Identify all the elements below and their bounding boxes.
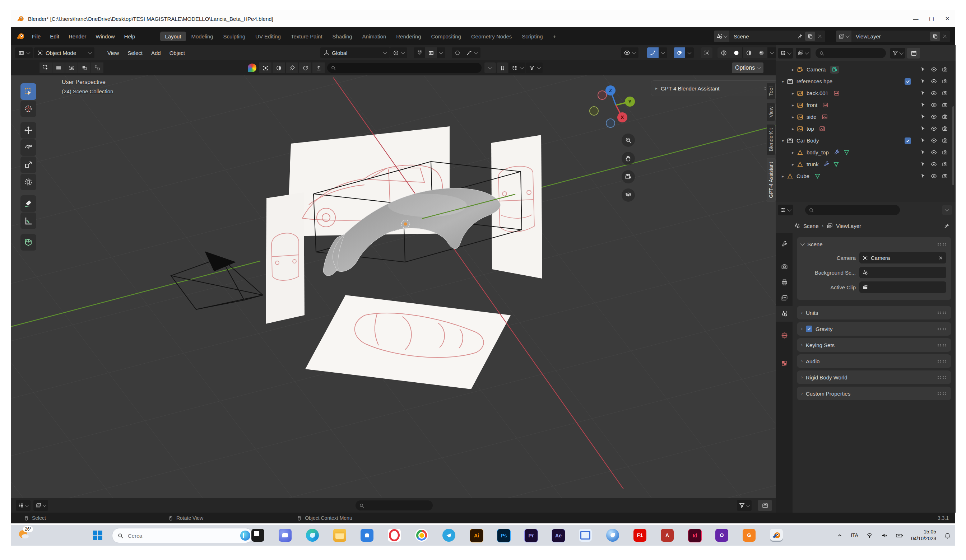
taskbar-app-telegram[interactable]	[442, 529, 455, 542]
tab-output[interactable]	[776, 274, 793, 290]
modifier-wrench-icon[interactable]	[834, 149, 840, 156]
hide-eye-icon[interactable]	[931, 78, 937, 84]
outliner-row-camera[interactable]: ▸ Camera	[776, 64, 956, 76]
panel-units[interactable]: ›Units	[797, 306, 951, 320]
outliner-row-cube[interactable]: ▸ Cube	[776, 170, 956, 182]
hide-eye-icon[interactable]	[931, 102, 937, 108]
minimize-button[interactable]: —	[908, 10, 923, 27]
mesh-data-icon[interactable]	[844, 149, 849, 156]
viewlayer-browse-button[interactable]	[836, 31, 851, 42]
outliner-editor-type-button[interactable]	[778, 48, 793, 59]
object-name[interactable]: side	[807, 114, 816, 120]
active-clip-field[interactable]	[859, 281, 946, 293]
outliner-row-body-top[interactable]: ▸ body_top	[776, 146, 956, 158]
panel-rigid-body-world[interactable]: ›Rigid Body World	[797, 371, 951, 384]
start-button[interactable]	[92, 529, 104, 541]
tool-scale[interactable]	[20, 156, 36, 173]
camera-field[interactable]: Camera	[859, 252, 946, 263]
camera-view-button[interactable]	[622, 170, 635, 184]
notification-bell-icon[interactable]	[944, 532, 951, 539]
bottom-search[interactable]	[355, 501, 433, 511]
taskbar-app-file-explorer[interactable]	[333, 529, 346, 542]
weather-widget[interactable]: 26°	[17, 528, 30, 540]
zoom-button[interactable]	[622, 133, 635, 147]
bottom-search-input[interactable]	[366, 502, 429, 509]
workspace-tab-layout[interactable]: Layout	[160, 31, 186, 41]
taskbar-app-blender-active[interactable]	[770, 529, 783, 542]
outliner-row-front[interactable]: ▸ front	[776, 99, 956, 111]
selectable-icon[interactable]	[920, 161, 926, 167]
render-visibility-icon[interactable]	[942, 66, 948, 72]
viewport-canvas[interactable]: User Perspective (24) Scene Collection ▸	[11, 76, 775, 498]
bookmark-icon[interactable]	[497, 62, 508, 73]
scene-panel-title[interactable]: Scene	[807, 241, 823, 247]
select-mode-circle-icon[interactable]	[65, 62, 77, 73]
selectable-icon[interactable]	[920, 173, 926, 179]
tab-texture[interactable]	[776, 355, 793, 371]
object-name[interactable]: top	[807, 126, 814, 132]
xray-toggle-icon[interactable]	[701, 48, 713, 58]
battery-charging-icon[interactable]	[895, 532, 903, 539]
camera-object[interactable]	[171, 251, 263, 309]
pin-icon[interactable]	[944, 223, 950, 229]
clear-x-icon[interactable]	[938, 256, 943, 260]
menu-file[interactable]: File	[27, 27, 45, 45]
menu-object[interactable]: Object	[165, 50, 189, 56]
render-visibility-icon[interactable]	[942, 161, 948, 167]
workspace-tab-uv-editing[interactable]: UV Editing	[251, 31, 286, 41]
tool-select-box[interactable]	[20, 83, 36, 100]
properties-editor-type-button[interactable]	[778, 205, 793, 215]
unlink-scene-icon[interactable]	[817, 34, 822, 39]
taskbar-app-after-effects[interactable]: Ae	[552, 529, 565, 542]
falloff-curve-icon[interactable]	[463, 48, 475, 58]
hide-eye-icon[interactable]	[931, 66, 937, 72]
object-name[interactable]: body_top	[807, 149, 829, 156]
select-mode-lasso-icon[interactable]	[78, 62, 90, 73]
axis-minus-z[interactable]	[606, 119, 615, 127]
selectable-icon[interactable]	[920, 149, 926, 155]
tab-scene[interactable]	[776, 306, 793, 322]
render-visibility-icon[interactable]	[942, 90, 948, 96]
collection-name[interactable]: Car Body	[797, 138, 819, 144]
menu-help[interactable]: Help	[120, 27, 140, 45]
taskbar-app-illustrator[interactable]: Ai	[470, 529, 483, 542]
pin-icon[interactable]	[797, 33, 803, 39]
new-collection-button[interactable]	[758, 500, 772, 511]
tab-view-layer[interactable]	[776, 290, 793, 306]
tool-move[interactable]	[20, 122, 36, 139]
outliner-row-side[interactable]: ▸ side	[776, 111, 956, 123]
bottom-display-mode-button[interactable]	[33, 500, 48, 511]
tool-add-cube[interactable]	[20, 234, 36, 251]
ortho-toggle-button[interactable]	[622, 189, 635, 202]
taskbar-app-indesign[interactable]: Id	[688, 529, 702, 542]
close-button[interactable]: ✕	[940, 10, 955, 27]
new-collection-button[interactable]	[907, 48, 920, 59]
tab-world[interactable]	[776, 327, 793, 343]
hide-eye-icon[interactable]	[931, 126, 937, 132]
scene-browse-button[interactable]	[714, 31, 729, 42]
gravity-checkbox[interactable]	[806, 325, 812, 332]
object-visibility-dropdown[interactable]	[621, 48, 639, 58]
collection-checkbox[interactable]	[905, 78, 911, 85]
taskbar-app-chat[interactable]	[279, 529, 292, 542]
outliner-row-trunk[interactable]: ▸ trunk	[776, 158, 956, 170]
properties-options-button[interactable]	[942, 205, 952, 215]
panel-keying-sets[interactable]: ›Keying Sets	[797, 338, 951, 352]
outliner-row-car-body[interactable]: ▾ Car Body	[776, 135, 956, 146]
taskbar-app-dark-window[interactable]	[251, 529, 264, 542]
taskbar-app-f1[interactable]: F1	[634, 529, 646, 542]
object-name[interactable]: Cube	[797, 173, 810, 179]
mesh-data-icon[interactable]	[833, 161, 839, 167]
bottom-editor-type-button[interactable]	[16, 500, 31, 511]
snap-target-icon[interactable]	[425, 48, 437, 58]
shading-material-icon[interactable]	[743, 48, 755, 58]
blenderkit-brushes-icon[interactable]	[286, 62, 298, 73]
background-scene-field[interactable]	[859, 267, 946, 278]
asset-hierarchy-icon[interactable]	[509, 62, 520, 73]
sidebar-tab-blenderkit[interactable]: BlenderKit	[767, 124, 775, 156]
outliner-row-references-hpe[interactable]: ▾ references hpe	[776, 76, 956, 87]
blenderkit-search-input[interactable]	[338, 65, 478, 71]
taskbar-app-photoshop[interactable]: Ps	[497, 529, 511, 542]
hide-eye-icon[interactable]	[931, 114, 937, 120]
add-workspace-button[interactable]: +	[548, 31, 561, 41]
